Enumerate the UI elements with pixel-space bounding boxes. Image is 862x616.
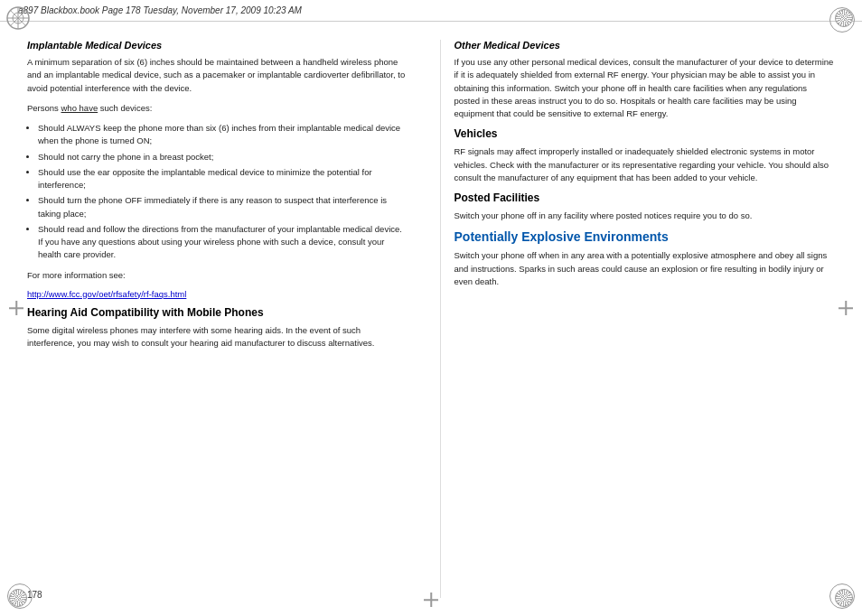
- right-side-decoration: [839, 301, 853, 315]
- left-side-decoration: [9, 301, 23, 315]
- bullet-list: Should ALWAYS keep the phone more than s…: [38, 122, 408, 262]
- posted-heading: Posted Facilities: [454, 191, 836, 204]
- page-content: Implantable Medical Devices A minimum se…: [0, 22, 862, 616]
- corner-decoration-top-left: [5, 5, 31, 31]
- bullet-item: Should use the ear opposite the implanta…: [38, 166, 408, 192]
- such-devices-text: such devices:: [100, 103, 153, 113]
- vehicles-text: RF signals may affect improperly install…: [454, 145, 836, 184]
- hearing-heading: Hearing Aid Compatibility with Mobile Ph…: [27, 306, 408, 319]
- implantable-intro: A minimum separation of six (6) inches s…: [27, 56, 408, 95]
- page: a897 Blackbox.book Page 178 Tuesday, Nov…: [0, 0, 862, 616]
- corner-bottom-right-inner: [835, 589, 853, 607]
- implantable-heading: Implantable Medical Devices: [27, 40, 408, 51]
- for-more-text: For more information see:: [27, 269, 408, 282]
- bullet-item: Should ALWAYS keep the phone more than s…: [38, 122, 408, 148]
- posted-text: Switch your phone off in any facility wh…: [454, 210, 836, 222]
- potentially-section: Potentially Explosive Environments Switc…: [454, 229, 836, 288]
- who-have-underline: who have: [61, 103, 98, 113]
- page-number: 178: [27, 590, 42, 600]
- hearing-text: Some digital wireless phones may interfe…: [27, 324, 408, 350]
- persons-label: Persons: [27, 103, 59, 113]
- bullet-item: Should not carry the phone in a breast p…: [38, 151, 408, 163]
- page-header: a897 Blackbox.book Page 178 Tuesday, Nov…: [0, 0, 862, 22]
- persons-text: Persons who have such devices:: [27, 102, 408, 115]
- left-column: Implantable Medical Devices A minimum se…: [27, 40, 422, 598]
- vehicles-section: Vehicles RF signals may affect improperl…: [454, 127, 836, 184]
- bullet-item: Should read and follow the directions fr…: [38, 223, 408, 262]
- right-column: Other Medical Devices If you use any oth…: [440, 40, 836, 598]
- corner-bottom-left-inner: [9, 589, 27, 607]
- potentially-heading: Potentially Explosive Environments: [454, 229, 836, 244]
- posted-section: Posted Facilities Switch your phone off …: [454, 191, 836, 222]
- potentially-text: Switch your phone off when in any area w…: [454, 249, 836, 288]
- fcc-link[interactable]: http://www.fcc.gov/oet/rfsafety/rf-faqs.…: [27, 289, 408, 299]
- bottom-side-decoration: [424, 593, 438, 607]
- header-text: a897 Blackbox.book Page 178 Tuesday, Nov…: [18, 5, 302, 15]
- bullet-item: Should turn the phone OFF immediately if…: [38, 194, 408, 220]
- corner-top-right-inner: [835, 9, 853, 27]
- vehicles-heading: Vehicles: [454, 127, 836, 140]
- other-heading: Other Medical Devices: [454, 40, 836, 51]
- other-text: If you use any other personal medical de…: [454, 56, 836, 120]
